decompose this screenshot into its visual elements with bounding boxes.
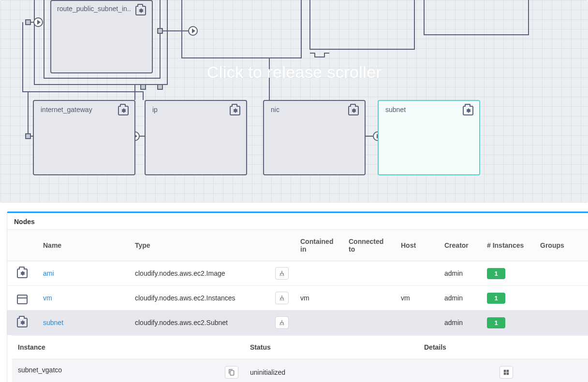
node-groups (534, 286, 588, 311)
nodes-panel: Nodes Name Type Contained in Connected t… (7, 212, 588, 382)
col-host[interactable]: Host (395, 230, 439, 261)
node-type-icon (7, 286, 37, 311)
node-nic[interactable]: nic (263, 100, 366, 175)
node-connected-to (343, 311, 395, 335)
copy-button[interactable] (225, 366, 238, 379)
node-contained-in (294, 311, 343, 335)
gear-icon[interactable] (230, 106, 240, 115)
col-contained-in[interactable]: Contained in (294, 230, 343, 261)
col-connected-to[interactable]: Connected to (343, 230, 395, 261)
node-creator: admin (439, 261, 481, 286)
node-title: route_public_subnet_in.. (57, 5, 131, 13)
instance-panel-row: Instance Status Details subnet_vgatco (7, 335, 588, 382)
node-contained-in: vm (294, 286, 343, 311)
node-groups (534, 311, 588, 335)
node-contained-in (294, 261, 343, 286)
nodes-table: Name Type Contained in Connected to Host… (7, 230, 588, 382)
instance-status: uninitialized (244, 359, 418, 382)
node-type: cloudify.nodes.aws.ec2.Image (129, 261, 269, 286)
col-creator[interactable]: Creator (439, 230, 481, 261)
node-type-icon (7, 311, 37, 335)
node-host (395, 261, 439, 286)
col-type[interactable]: Type (129, 230, 269, 261)
instance-table: Instance Status Details subnet_vgatco (12, 335, 588, 382)
col-groups[interactable]: Groups (534, 230, 588, 261)
col-instance: Instance (12, 336, 244, 359)
gear-icon[interactable] (118, 106, 129, 115)
hierarchy-button[interactable] (275, 267, 289, 280)
details-button[interactable] (500, 366, 513, 379)
col-details: Details (418, 336, 588, 359)
node-type: cloudify.nodes.aws.ec2.Instances (129, 286, 269, 311)
instance-id: subnet_vgatco (18, 366, 62, 374)
node-host: vm (395, 286, 439, 311)
table-row[interactable]: vm cloudify.nodes.aws.ec2.Instances vm v… (7, 286, 588, 311)
gear-icon[interactable] (348, 106, 359, 115)
node-name-link[interactable]: ami (43, 269, 54, 277)
node-type: cloudify.nodes.aws.ec2.Subnet (129, 311, 269, 335)
hierarchy-button[interactable] (275, 292, 289, 304)
node-groups (534, 261, 588, 286)
node-title: nic (271, 106, 279, 113)
node-creator: admin (439, 311, 481, 335)
node-host (395, 311, 439, 335)
node-connected-to (343, 261, 395, 286)
node-subnet[interactable]: subnet (378, 100, 480, 175)
table-header-row: Name Type Contained in Connected to Host… (7, 230, 588, 261)
node-name-link[interactable]: vm (43, 294, 52, 302)
table-row[interactable]: ami cloudify.nodes.aws.ec2.Image admin 1 (7, 261, 588, 286)
topology-canvas[interactable]: route_public_subnet_in.. internet_gatewa… (0, 0, 588, 203)
node-ip[interactable]: ip (145, 100, 247, 175)
gear-icon[interactable] (135, 6, 146, 15)
node-title: ip (152, 106, 158, 113)
instances-badge: 1 (487, 293, 505, 304)
instances-badge: 1 (487, 268, 505, 279)
col-instances[interactable]: # Instances (481, 230, 534, 261)
node-route-public-subnet[interactable]: route_public_subnet_in.. (50, 0, 153, 73)
instance-row[interactable]: subnet_vgatco uninitialized (12, 359, 588, 382)
hierarchy-button[interactable] (275, 316, 289, 329)
instances-badge: 1 (487, 317, 505, 328)
col-name[interactable]: Name (37, 230, 129, 261)
node-name-link[interactable]: subnet (43, 319, 63, 326)
node-connected-to (343, 286, 395, 311)
node-title: internet_gateway (41, 106, 92, 113)
node-creator: admin (439, 286, 481, 311)
col-status: Status (244, 336, 418, 359)
table-row[interactable]: subnet cloudify.nodes.aws.ec2.Subnet adm… (7, 311, 588, 335)
gear-icon[interactable] (463, 106, 473, 115)
node-internet-gateway[interactable]: internet_gateway (33, 100, 135, 175)
node-title: subnet (385, 106, 406, 113)
node-type-icon (7, 261, 37, 286)
panel-title: Nodes (7, 213, 588, 230)
